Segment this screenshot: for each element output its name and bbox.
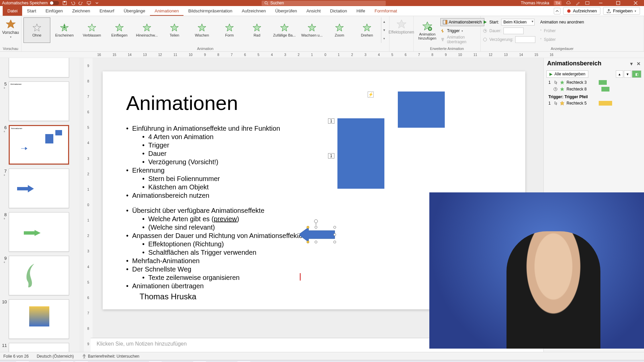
user-name[interactable]: Thomas Hruska — [521, 1, 549, 5]
animation-pane-toggle[interactable]: Animationsbereich — [440, 18, 484, 26]
effect-options-button[interactable]: Effektoptionen — [391, 17, 411, 36]
effect-growturn[interactable]: Wachsen u... — [299, 17, 325, 43]
bullet[interactable]: 4 Arten von Animation — [126, 133, 502, 141]
anim-trigger-item-1[interactable]: 1 Rechteck 5 — [544, 100, 644, 107]
move-up-icon[interactable]: ▲ — [616, 70, 623, 78]
thumbnail-7[interactable] — [9, 169, 69, 208]
effect-fade[interactable]: Verblassen — [78, 17, 105, 43]
shape-arrow-selected[interactable] — [299, 227, 335, 242]
thumbnail-5[interactable]: Animationen — [9, 81, 69, 121]
tab-dictation[interactable]: Dictation — [325, 6, 352, 16]
effect-spin[interactable]: Drehen — [354, 17, 380, 43]
maximize-button[interactable] — [612, 0, 625, 6]
bullet[interactable]: Trigger — [126, 141, 502, 149]
add-animation-button[interactable]: Animation hinzufügen — [416, 17, 439, 44]
notes-placeholder: Klicken Sie, um Notizen hinzuzufügen — [97, 341, 187, 347]
tab-view[interactable]: Ansicht — [302, 6, 325, 16]
slide-footer-author[interactable]: Thomas Hruska — [140, 292, 196, 301]
tab-review[interactable]: Überprüfen — [270, 6, 302, 16]
effect-flyin[interactable]: Einfliegen — [106, 17, 133, 43]
pane-options-icon[interactable]: ▾ — [630, 61, 633, 66]
tab-start[interactable]: Start — [22, 6, 41, 16]
accessibility[interactable]: Barrierefreiheit: Untersuchen — [82, 354, 139, 359]
bullet[interactable]: Kästchen am Objekt — [126, 183, 502, 191]
undo-icon[interactable] — [70, 1, 75, 5]
tab-insert[interactable]: Einfügen — [41, 6, 67, 16]
search-box[interactable]: Suchen — [262, 1, 386, 6]
slide-counter[interactable]: Folie 6 von 26 — [3, 354, 29, 359]
delay-spin[interactable] — [515, 36, 535, 43]
slide-thumbnails[interactable]: 5*Animationen 6*Animationen 7* 8* 9* 10 … — [0, 58, 79, 352]
timeline-bar — [599, 101, 612, 106]
animation-gallery[interactable]: Ohne Erscheinen Verblassen Einfliegen Hi… — [23, 17, 387, 43]
tab-slideshow[interactable]: Bildschirmpräsentation — [183, 6, 237, 16]
pane-icon — [443, 20, 447, 24]
duration-spin[interactable] — [503, 27, 524, 34]
entrance-icon — [560, 80, 565, 85]
bullet[interactable]: Dauer — [126, 150, 502, 158]
window-icon[interactable] — [585, 1, 590, 5]
thumbnails-scrollbar[interactable] — [79, 58, 84, 352]
tab-design[interactable]: Entwurf — [95, 6, 119, 16]
effect-zoom[interactable]: Zoom — [326, 17, 353, 43]
pen-icon[interactable] — [576, 1, 580, 5]
effect-shape[interactable]: Form — [216, 17, 243, 43]
thumbnail-11[interactable]: ♡ — [9, 343, 69, 352]
tab-shape-format[interactable]: Formformat — [370, 6, 402, 16]
effect-appear[interactable]: Erscheinen — [51, 17, 78, 43]
bullet[interactable]: Erkennung — [126, 167, 502, 174]
windows-taskbar[interactable]: O P N — [0, 360, 644, 362]
trigger-button[interactable]: Trigger ▾ — [440, 27, 484, 35]
thumbnail-9[interactable] — [9, 256, 69, 295]
play-all-button[interactable]: ▶ Alle wiedergeben — [546, 70, 588, 78]
autosave-toggle[interactable]: Automatisches Speichern — [2, 1, 59, 5]
svg-marker-20 — [363, 24, 371, 31]
shape-rect-small[interactable] — [398, 92, 445, 128]
thumbnail-6[interactable]: Animationen — [9, 125, 69, 165]
thumbnail-10[interactable] — [9, 299, 69, 339]
tab-help[interactable]: Hilfe — [352, 6, 370, 16]
bullet[interactable]: Stern bei Foliennummer — [126, 175, 502, 183]
language[interactable]: Deutsch (Österreich) — [37, 354, 74, 359]
click-icon — [553, 80, 558, 85]
bullet[interactable]: Einführung in Animationseffekte und ihre… — [126, 125, 502, 132]
slide-title[interactable]: Animationen — [126, 92, 502, 115]
pane-view-icon[interactable]: ◧ — [632, 70, 641, 78]
effect-floatin[interactable]: Hineinschw... — [133, 17, 160, 43]
share-button[interactable]: Freigeben ▾ — [603, 7, 640, 15]
svg-marker-34 — [560, 87, 564, 91]
cloud-icon[interactable] — [566, 1, 571, 5]
shape-rect-tall[interactable] — [337, 118, 384, 189]
effect-wheel[interactable]: Rad — [244, 17, 270, 43]
save-icon[interactable] — [62, 1, 67, 5]
effect-split[interactable]: Teilen — [161, 17, 188, 43]
more-icon[interactable] — [95, 1, 99, 5]
tab-animations[interactable]: Animationen — [150, 6, 183, 16]
anim-tag-1[interactable]: 1 — [328, 118, 334, 124]
anchor-icon[interactable]: ⚡ — [368, 92, 374, 98]
user-initials[interactable]: TH — [554, 1, 561, 5]
start-show-icon[interactable] — [87, 1, 91, 5]
tab-draw[interactable]: Zeichnen — [67, 6, 95, 16]
anim-item-1[interactable]: 1 Rechteck 3 — [544, 79, 644, 86]
record-button[interactable]: Aufzeichnen — [563, 7, 601, 15]
pane-close-icon[interactable]: ✕ — [637, 61, 641, 66]
preview-button[interactable]: Vorschau ▾ — [2, 17, 19, 40]
bullet[interactable]: Verzögerung (Vorsicht!) — [126, 158, 502, 166]
tab-record[interactable]: Aufzeichnen — [237, 6, 271, 16]
minimize-button[interactable] — [594, 0, 607, 6]
gallery-scroll[interactable]: ▲▼▾ — [381, 17, 387, 43]
tab-transitions[interactable]: Übergänge — [119, 6, 150, 16]
anim-tag-2[interactable]: 1 — [328, 153, 334, 159]
effect-wipe[interactable]: Wischen — [189, 17, 215, 43]
ribbon-collapse-icon[interactable] — [554, 8, 560, 14]
effect-randombars[interactable]: Zufällige Ba... — [271, 17, 298, 43]
effect-none[interactable]: Ohne — [23, 17, 50, 43]
close-button[interactable] — [629, 0, 642, 6]
anim-item-2[interactable]: Rechteck 8 — [544, 86, 644, 93]
thumbnail-8[interactable] — [9, 212, 69, 252]
move-down-icon[interactable]: ▼ — [624, 70, 631, 78]
tab-file[interactable]: Datei — [3, 6, 22, 16]
redo-icon[interactable] — [78, 1, 83, 5]
start-dropdown[interactable]: Beim Klicken — [501, 19, 535, 25]
